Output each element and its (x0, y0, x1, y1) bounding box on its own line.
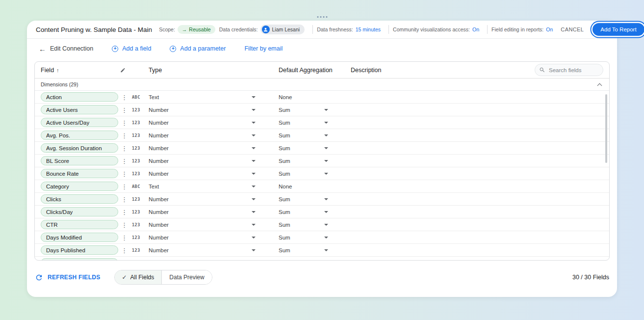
tab-data-preview[interactable]: Data Preview (161, 270, 211, 284)
reusable-badge[interactable]: → Reusable (178, 25, 215, 34)
aggregation-select-label[interactable]: Sum (279, 196, 290, 202)
kebab-menu-icon[interactable]: ⋮ (121, 132, 128, 139)
field-name-chip[interactable]: BL Score (41, 156, 118, 165)
cancel-button[interactable]: CANCEL (557, 24, 588, 35)
credentials-chip[interactable]: Liam Lesani (260, 25, 305, 34)
type-caret-icon[interactable] (252, 147, 256, 149)
aggregation-select-label[interactable]: Sum (279, 120, 290, 126)
community-access-group[interactable]: Community visualizations access: On (393, 27, 479, 32)
aggregation-caret-icon[interactable] (324, 249, 328, 251)
aggregation-caret-icon[interactable] (324, 224, 328, 226)
type-caret-icon[interactable] (252, 224, 256, 226)
aggregation-select-label[interactable]: Sum (279, 247, 290, 253)
aggregation-caret-icon[interactable] (324, 237, 328, 239)
freshness-group[interactable]: Data freshness: 15 minutes (317, 27, 381, 32)
type-caret-icon[interactable] (252, 249, 256, 251)
type-caret-icon[interactable] (252, 122, 256, 124)
kebab-menu-icon[interactable]: ⋮ (121, 246, 128, 254)
field-name-chip[interactable]: Clicks (41, 194, 118, 204)
aggregation-caret-icon[interactable] (324, 173, 328, 175)
field-name-chip[interactable]: CTR (41, 220, 118, 229)
kebab-menu-icon[interactable]: ⋮ (121, 195, 128, 203)
column-header-field[interactable]: Field ↑ (41, 67, 59, 74)
add-to-report-button[interactable]: Add To Report (592, 23, 644, 36)
field-editing-value[interactable]: On (546, 27, 553, 32)
field-name-chip[interactable]: Bounce Rate (41, 169, 118, 178)
field-name-chip[interactable]: Active Users (41, 105, 118, 114)
type-select-label[interactable]: Number (149, 209, 169, 215)
vertical-scrollbar[interactable] (605, 94, 607, 163)
freshness-value[interactable]: 15 minutes (356, 27, 381, 32)
field-name-chip[interactable]: Category (41, 182, 118, 191)
type-select-label[interactable]: Number (149, 133, 169, 138)
aggregation-select-label[interactable]: Sum (279, 145, 290, 151)
type-select-label[interactable]: Number (149, 107, 169, 113)
aggregation-select-label[interactable]: Sum (279, 158, 290, 164)
type-caret-icon[interactable] (252, 96, 256, 98)
add-field-button[interactable]: + Add a field (112, 45, 151, 52)
kebab-menu-icon[interactable]: ⋮ (121, 208, 128, 215)
field-name-chip[interactable]: Clicks/Day (41, 207, 118, 216)
type-select-label[interactable]: Number (149, 247, 169, 253)
add-parameter-button[interactable]: + Add a parameter (170, 45, 226, 52)
aggregation-select-label[interactable]: None (279, 94, 292, 100)
aggregation-select-label[interactable]: Sum (279, 133, 290, 138)
kebab-menu-icon[interactable]: ⋮ (121, 106, 128, 113)
type-select-label[interactable]: Number (149, 196, 169, 202)
type-caret-icon[interactable] (252, 173, 256, 175)
field-name-chip[interactable]: Days Modified (41, 233, 118, 242)
aggregation-select-label[interactable]: Sum (279, 222, 290, 228)
footer-bar: REFRESH FIELDS ✓ All Fields Data Preview… (27, 267, 617, 287)
type-caret-icon[interactable] (252, 160, 256, 162)
field-name-chip[interactable]: Active Users/Day (41, 118, 118, 127)
field-name-chip[interactable]: Avg. Session Duration (41, 143, 118, 153)
type-select-label[interactable]: Number (149, 120, 169, 126)
type-caret-icon[interactable] (252, 109, 256, 111)
kebab-menu-icon[interactable]: ⋮ (121, 183, 128, 190)
refresh-fields-button[interactable]: REFRESH FIELDS (35, 273, 101, 282)
tab-all-fields[interactable]: ✓ All Fields (115, 270, 162, 284)
edit-connection-label: Edit Connection (50, 45, 93, 52)
aggregation-caret-icon[interactable] (324, 134, 328, 136)
aggregation-caret-icon[interactable] (324, 109, 328, 111)
type-caret-icon[interactable] (252, 186, 256, 187)
aggregation-caret-icon[interactable] (324, 198, 328, 200)
edit-pencil-icon[interactable] (120, 67, 126, 73)
aggregation-caret-icon[interactable] (324, 211, 328, 213)
collapse-chevron-icon[interactable] (597, 83, 602, 88)
community-access-value[interactable]: On (472, 27, 479, 32)
type-select-label[interactable]: Number (149, 158, 169, 164)
kebab-menu-icon[interactable]: ⋮ (121, 221, 128, 228)
aggregation-select-label[interactable]: Sum (279, 235, 290, 240)
field-name-chip[interactable]: Action (41, 92, 118, 102)
field-name-chip[interactable]: Days Published (41, 245, 118, 255)
type-select-label[interactable]: Text (149, 94, 159, 100)
kebab-menu-icon[interactable]: ⋮ (121, 170, 128, 177)
field-name-chip[interactable] (41, 258, 118, 261)
type-caret-icon[interactable] (252, 237, 256, 239)
edit-connection-button[interactable]: ← Edit Connection (39, 45, 93, 53)
kebab-menu-icon[interactable]: ⋮ (121, 157, 128, 164)
aggregation-caret-icon[interactable] (324, 160, 328, 162)
field-name-chip[interactable]: Avg. Pos. (41, 131, 118, 140)
kebab-menu-icon[interactable]: ⋮ (121, 144, 128, 152)
kebab-menu-icon[interactable]: ⋮ (121, 93, 128, 101)
kebab-menu-icon[interactable]: ⋮ (121, 234, 128, 241)
type-caret-icon[interactable] (252, 134, 256, 136)
aggregation-select-label[interactable]: None (279, 184, 292, 189)
aggregation-caret-icon[interactable] (324, 147, 328, 149)
type-caret-icon[interactable] (252, 211, 256, 213)
aggregation-select-label[interactable]: Sum (279, 107, 290, 113)
aggregation-select-label[interactable]: Sum (279, 171, 290, 177)
type-select-label[interactable]: Number (149, 171, 169, 177)
type-select-label[interactable]: Number (149, 222, 169, 228)
aggregation-caret-icon[interactable] (324, 122, 328, 124)
aggregation-select-label[interactable]: Sum (279, 209, 290, 215)
kebab-menu-icon[interactable]: ⋮ (121, 119, 128, 126)
type-caret-icon[interactable] (252, 198, 256, 200)
field-editing-group[interactable]: Field editing in reports: On (491, 27, 553, 32)
type-select-label[interactable]: Text (149, 184, 159, 189)
type-select-label[interactable]: Number (149, 145, 169, 151)
type-select-label[interactable]: Number (149, 235, 169, 240)
filter-by-email-button[interactable]: Filter by email (244, 45, 283, 52)
